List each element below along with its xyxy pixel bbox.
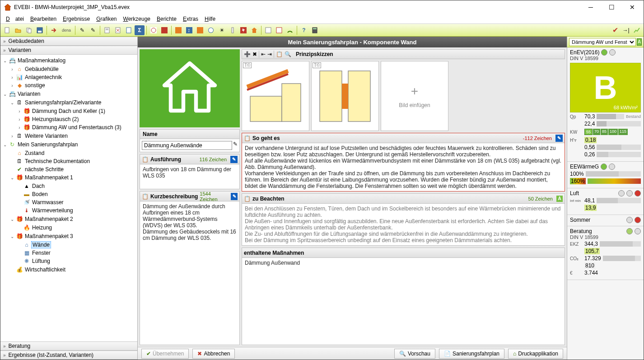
tb-therm[interactable]	[228, 25, 238, 35]
kurz-edit-icon[interactable]: ✎	[231, 193, 238, 200]
thumb-2[interactable]: T©	[311, 61, 379, 131]
tree-daemmung-aw-fenster[interactable]: Dämmung AW und Fenstertausch (3)	[31, 124, 122, 131]
tb-open[interactable]	[13, 25, 23, 35]
ee-title: EEWärmeG	[570, 164, 599, 170]
tb-arc[interactable]	[285, 25, 295, 35]
tree-boden[interactable]: Boden	[31, 191, 49, 197]
tree-dach[interactable]: Dach	[31, 183, 46, 189]
tree-massnahmenkatalog[interactable]: Maßnahmenkatalog	[17, 57, 66, 64]
tree-mein-sanierungsfahrplan[interactable]: Mein Sanierungsfahrplan	[17, 141, 79, 148]
btn-sanierungsfahrplan[interactable]: 📄Sanierungsfahrplan	[439, 349, 504, 359]
tree-paket-3[interactable]: Maßnahmenpaket 3	[24, 233, 74, 239]
tb-save[interactable]	[35, 25, 45, 35]
tb-edit[interactable]: ✎	[77, 25, 87, 35]
tree-paket-1[interactable]: Maßnahmenpaket 1	[24, 174, 74, 181]
tree-weitere-varianten[interactable]: Weitere Varianten	[24, 133, 69, 139]
menu-bearbeiten[interactable]: Bearbeiten	[28, 15, 59, 23]
tb-dena[interactable]: dena	[60, 25, 73, 35]
tree-view[interactable]: ⌄📇Maßnahmenkatalog ›⌂Gebäudehülle ›📊Anla…	[0, 55, 137, 341]
sketch-label: Prinzipskizzen	[296, 51, 333, 57]
tree-daemmung-dach-keller[interactable]: Dämmung Dach und Keller (1)	[31, 108, 106, 114]
tb-wand[interactable]: ✎	[88, 25, 98, 35]
sk-right[interactable]: ⇥	[267, 51, 272, 57]
tb-r2[interactable]	[159, 25, 169, 35]
tree-waermeverteilung[interactable]: Wärmeverteilung	[31, 207, 74, 214]
so-edit-icon[interactable]: ✎	[555, 135, 563, 142]
btn-uebernehmen[interactable]: ✔Übernehmen	[141, 349, 189, 359]
acc-ergebnisse[interactable]: »Ergebnisse (Ist-Zustand, Varianten)	[0, 351, 137, 360]
tb-chart[interactable]	[632, 25, 642, 35]
sk-copy[interactable]: 📋	[276, 51, 283, 57]
tb-sun[interactable]: ☀	[217, 25, 227, 35]
menu-grafiken[interactable]: Grafiken	[93, 15, 119, 23]
tb-r1[interactable]	[149, 25, 159, 35]
sk-del[interactable]: ✖	[252, 51, 257, 57]
tb-fan[interactable]	[206, 25, 216, 35]
tree-varianten[interactable]: Varianten	[17, 91, 41, 97]
tree-gebaeudehuelle[interactable]: Gebäudehülle	[24, 66, 60, 72]
variant-dropdown[interactable]: Dämmung AW und Fenst	[569, 38, 636, 46]
zu-title: zu Beachten	[252, 196, 285, 202]
thumb-1[interactable]: T©	[242, 61, 309, 131]
close-button[interactable]: ✕	[622, 0, 643, 14]
tree-lueftung[interactable]: Lüftung	[31, 258, 51, 264]
tb-o3[interactable]	[195, 25, 205, 35]
ausf-edit-icon[interactable]: ✎	[230, 156, 238, 163]
tb-list1[interactable]	[263, 25, 273, 35]
sk-add[interactable]: ➕	[244, 51, 251, 57]
tb-doc2[interactable]	[113, 25, 123, 35]
tree-zustand[interactable]: Zustand	[24, 150, 45, 156]
acc-varianten[interactable]: »Varianten	[0, 46, 137, 55]
btn-abbrechen[interactable]: ✖Abbrechen	[192, 349, 235, 359]
sk-search[interactable]: 🔍	[285, 51, 291, 57]
tb-new[interactable]	[2, 25, 12, 35]
tree-wirtschaftlichkeit[interactable]: Wirtschaftlichkeit	[24, 266, 66, 273]
svg-rect-22	[266, 28, 271, 33]
tb-doc1[interactable]	[102, 25, 112, 35]
tb-help[interactable]: ?	[299, 25, 309, 35]
menu-extras[interactable]: Extras	[180, 15, 201, 23]
tree-fenster[interactable]: Fenster	[31, 250, 51, 256]
name-input[interactable]	[142, 141, 232, 150]
ausf-body: Aufbringen von 18 cm Dämmung der WLS 035	[140, 164, 239, 181]
tree-tech-dok[interactable]: Technische Dokumentation	[24, 158, 91, 164]
tb-o1[interactable]	[173, 25, 183, 35]
menu-ergebnisse[interactable]: Ergebnisse	[60, 15, 93, 23]
sk-left[interactable]: ⇤	[261, 51, 266, 57]
tree-warmwasser[interactable]: Warmwasser	[31, 199, 65, 206]
tb-copy[interactable]	[24, 25, 34, 35]
tb-check[interactable]: ✔	[610, 25, 620, 35]
tb-list2[interactable]	[274, 25, 284, 35]
menu-berichte[interactable]: Berichte	[154, 15, 179, 23]
tb-doc3[interactable]	[124, 25, 134, 35]
tree-heizung[interactable]: Heizung	[31, 224, 53, 231]
maximize-button[interactable]: ☐	[601, 0, 622, 14]
acc-gebaeudedaten[interactable]: »Gebäudedaten	[0, 37, 137, 46]
tb-sigma[interactable]: Σ	[135, 25, 145, 35]
btn-druckapplikation[interactable]: ⌂Druckapplikation	[508, 349, 563, 359]
tb-calc[interactable]	[310, 25, 320, 35]
btn-vorschau[interactable]: 🔍Vorschau	[394, 349, 435, 359]
window-title: EVEBI - BMWi-Musterprojekt_3MP_Vba15.eve…	[14, 4, 580, 10]
tb-run[interactable]	[49, 25, 59, 35]
tree-paket-2[interactable]: Maßnahmenpaket 2	[24, 216, 74, 222]
acc-beratung[interactable]: »Beratung	[0, 341, 137, 351]
tb-house[interactable]	[249, 25, 259, 35]
name-edit-icon[interactable]: ✎	[233, 141, 238, 150]
footer-bar: ✔Übernehmen ✖Abbrechen 🔍Vorschau 📄Sanier…	[138, 347, 567, 360]
menu-datei[interactable]: Datei	[3, 15, 27, 23]
tb-bolt[interactable]	[238, 25, 248, 35]
thumb-add[interactable]: + Bild einfügen	[381, 61, 448, 131]
tree-waende[interactable]: Wände	[31, 241, 51, 248]
menu-hilfe[interactable]: Hilfe	[202, 15, 218, 23]
tree-anlagentechnik[interactable]: Anlagentechnik	[24, 74, 63, 80]
tree-sanierungsfahrplan-ziel[interactable]: Sanierungsfahrplan/Zielvariante	[24, 99, 102, 106]
minimize-button[interactable]: ─	[580, 0, 601, 14]
tb-o2[interactable]: ↕	[184, 25, 194, 35]
tree-naechste-schritte[interactable]: nächste Schritte	[24, 166, 65, 173]
menu-werkzeuge[interactable]: Werkzeuge	[121, 15, 153, 23]
tree-sonstige[interactable]: sonstige	[24, 82, 46, 89]
svg-text:↕: ↕	[187, 27, 190, 33]
tree-heizungstausch[interactable]: Heizungstausch (2)	[31, 116, 79, 122]
tb-arrow[interactable]: →|	[621, 25, 631, 35]
